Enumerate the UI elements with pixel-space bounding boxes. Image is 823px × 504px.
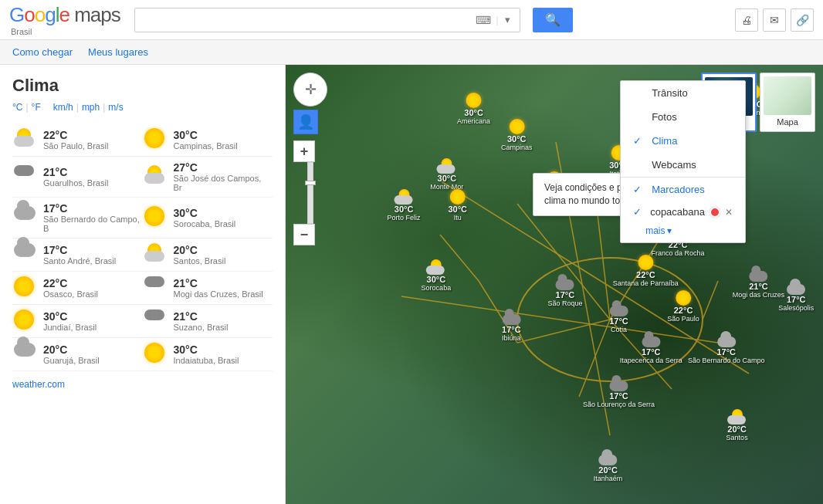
map-weather-marker-18[interactable]: 17°C Itapecerica da Serra	[620, 337, 682, 364]
celsius-unit[interactable]: °C	[12, 102, 22, 113]
weather-item-9[interactable]: 21°C Mogi das Cruzes, Brasil	[143, 272, 273, 305]
weather-temp-13: 30°C	[174, 343, 239, 356]
weather-item-5[interactable]: 30°C Sorocaba, Brasil	[143, 198, 273, 238]
marker-temp-18: 17°C	[642, 347, 661, 357]
weather-source-link[interactable]: weather.com	[12, 379, 65, 390]
weather-item-13[interactable]: 30°C Indaiatuba, Brasil	[143, 338, 273, 371]
map-weather-marker-23[interactable]: 17°C São Lourenço da Serra	[583, 381, 655, 408]
weather-temp-0: 22°C	[43, 129, 108, 141]
mais-link[interactable]: mais ▾	[621, 222, 745, 242]
map-weather-marker-12[interactable]: 22°C Santana de Parnaíba	[613, 255, 679, 287]
marker-city-16: Cotia	[611, 326, 627, 333]
menu-transito[interactable]: Trânsito	[621, 81, 745, 105]
marker-city-19: São Bernardo do Campo	[688, 357, 765, 364]
map-weather-marker-10[interactable]: 30°C Itu	[448, 189, 467, 222]
marker-city-1: Americana	[457, 117, 490, 125]
weather-item-10[interactable]: 30°C Jundiaí, Brasil	[12, 305, 143, 338]
weather-city-1: Campinas, Brasil	[174, 141, 238, 151]
weather-item-11[interactable]: 21°C Suzano, Brasil	[143, 305, 273, 338]
search-bar: ⌨ | ▾	[134, 8, 520, 32]
cloudy-icon	[14, 343, 36, 357]
weather-item-3[interactable]: 27°C São José dos Campos, Br	[143, 157, 273, 198]
sunny-icon	[14, 276, 34, 296]
kmh-unit[interactable]: km/h	[53, 102, 73, 113]
copacabana-row: ✓ copacabana ✕	[621, 201, 745, 222]
marker-temp-21: 17°C	[787, 295, 806, 304]
como-chegar-link[interactable]: Como chegar	[12, 46, 73, 58]
search-input[interactable]	[140, 14, 473, 26]
map-weather-marker-1[interactable]: 30°C Americana	[457, 93, 490, 125]
map-weather-marker-20[interactable]: 21°C Mogi das Cruzes	[733, 271, 785, 299]
map-weather-marker-19[interactable]: 17°C São Bernardo do Campo	[688, 337, 765, 364]
weather-city-3: São José dos Campos, Br	[174, 174, 272, 192]
menu-marcadores[interactable]: ✓ Marcadores	[621, 177, 745, 201]
map-weather-marker-15[interactable]: 17°C São Roque	[547, 279, 582, 307]
map-area[interactable]: 27°C Extrema 30°C Americana 30°C Campina…	[286, 65, 823, 504]
sunny-icon	[14, 310, 34, 330]
menu-fotos[interactable]: Fotos	[621, 105, 745, 129]
map-weather-marker-17[interactable]: 17°C Ibiúna	[502, 314, 521, 342]
weather-item-2[interactable]: 21°C Guarulhos, Brasil	[12, 157, 143, 198]
copa-remove-btn[interactable]: ✕	[725, 207, 733, 218]
menu-clima[interactable]: ✓ Clima	[621, 129, 745, 153]
logo-e: e	[59, 3, 69, 26]
partly-cloudy-icon	[144, 243, 168, 262]
keyboard-icon-btn[interactable]: ⌨	[472, 12, 494, 28]
mail-button[interactable]: ✉	[763, 8, 786, 32]
marker-city-17: Ibiúna	[502, 334, 521, 342]
street-view-control[interactable]: 👤	[293, 110, 318, 134]
marker-city-24: Itanhaém	[594, 475, 623, 482]
menu-webcams[interactable]: Webcams	[621, 153, 745, 177]
marker-temp-5: 30°C	[438, 174, 457, 183]
search-button[interactable]: 🔍	[533, 8, 573, 32]
marker-city-20: Mogi das Cruzes	[733, 291, 785, 299]
menu-fotos-label: Fotos	[652, 111, 677, 123]
map-weather-marker-16[interactable]: 17°C Cotia	[609, 306, 628, 333]
marker-city-12: Santana de Parnaíba	[613, 279, 679, 287]
marker-temp-22: 20°C	[727, 425, 747, 434]
ms-unit[interactable]: m/s	[108, 102, 123, 113]
zoom-slider[interactable]	[307, 162, 313, 224]
map-weather-marker-9[interactable]: 30°C Porto Feliz	[388, 189, 421, 222]
marker-temp-17: 17°C	[502, 325, 521, 334]
zoom-out-button[interactable]: −	[293, 224, 315, 245]
weather-city-7: Santos, Brasil	[174, 256, 226, 266]
meus-lugares-link[interactable]: Meus lugares	[88, 46, 148, 58]
logo-maps-word: maps	[74, 3, 120, 26]
weather-item-7[interactable]: 20°C Santos, Brasil	[143, 238, 273, 272]
weather-temp-7: 20°C	[174, 244, 226, 256]
map-weather-marker-22[interactable]: 20°C Santos	[726, 409, 748, 441]
weather-item-6[interactable]: 17°C Santo André, Brasil	[12, 238, 143, 272]
weather-item-4[interactable]: 17°C São Bernardo do Campo, B	[12, 198, 143, 238]
map-weather-marker-24[interactable]: 20°C Itanhaém	[594, 455, 623, 482]
mapa-layer-btn[interactable]: Mapa	[760, 73, 815, 132]
zoom-in-button[interactable]: +	[293, 140, 315, 162]
map-weather-marker-13[interactable]: 30°C Sorocaba	[422, 259, 452, 292]
marker-city-13: Sorocaba	[422, 284, 452, 292]
map-weather-marker-14[interactable]: 22°C São Paulo	[667, 290, 699, 323]
marker-temp-20: 21°C	[749, 282, 768, 291]
fahrenheit-unit[interactable]: °F	[32, 102, 41, 113]
weather-item-12[interactable]: 20°C Guarujá, Brasil	[12, 338, 143, 371]
map-weather-marker-2[interactable]: 30°C Campinas	[501, 119, 533, 151]
copa-dot	[710, 207, 720, 218]
map-weather-marker-5[interactable]: 30°C Monte Mor	[430, 158, 463, 191]
mph-unit[interactable]: mph	[82, 102, 100, 113]
map-layers-dropdown: Trânsito Fotos ✓ Clima Webcams	[620, 80, 746, 243]
marker-city-22: Santos	[726, 434, 748, 441]
link-button[interactable]: 🔗	[791, 8, 814, 32]
weather-temp-6: 17°C	[43, 244, 116, 256]
navigation-control[interactable]: ✛	[293, 73, 327, 107]
weather-item-8[interactable]: 22°C Osasco, Brasil	[12, 272, 143, 305]
weather-item-1[interactable]: 30°C Campinas, Brasil	[143, 123, 273, 157]
weather-temp-1: 30°C	[174, 129, 238, 141]
marker-city-9: Porto Feliz	[388, 214, 421, 222]
print-button[interactable]: 🖨	[735, 8, 758, 32]
map-weather-marker-21[interactable]: 17°C Salesópolis	[778, 284, 814, 312]
weather-item-0[interactable]: 22°C São Paulo, Brasil	[12, 123, 143, 157]
search-dropdown-btn[interactable]: ▾	[500, 12, 515, 27]
header-right: 🖨 ✉ 🔗	[735, 8, 814, 32]
copa-label[interactable]: copacabana	[650, 206, 705, 218]
partly-cloudy-icon	[14, 128, 37, 147]
sunny-icon	[144, 343, 164, 363]
